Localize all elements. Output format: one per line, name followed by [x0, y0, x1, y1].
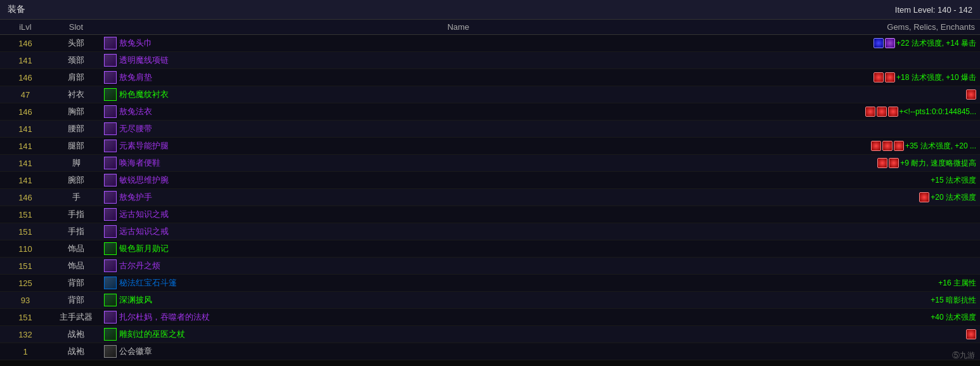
table-row[interactable]: 151饰品古尔丹之烦 [0, 258, 980, 275]
hands-icon [104, 191, 117, 204]
table-row[interactable]: 1战袍公会徽章 [0, 343, 980, 360]
row-gems-cell [815, 329, 980, 339]
row-gems-cell: +40 法术强度 [815, 312, 980, 323]
row-ilvl: 93 [0, 296, 51, 305]
item-name[interactable]: 唤海者便鞋 [119, 157, 160, 169]
back-icon [104, 294, 117, 306]
ring-icon [104, 225, 117, 238]
table-row[interactable]: 93背部深渊披风+15 暗影抗性 [0, 292, 980, 309]
table-row[interactable]: 141腕部敏锐思维护腕+15 法术强度 [0, 172, 980, 189]
row-name-cell: 粉色魔纹衬衣 [101, 88, 815, 101]
table-row[interactable]: 146肩部敖兔肩垫+18 法术强度, +10 爆击 [0, 69, 980, 86]
chest-icon [104, 88, 117, 101]
item-name[interactable]: 敖兔护手 [119, 192, 152, 203]
item-name[interactable]: 粉色魔纹衬衣 [119, 89, 169, 100]
row-ilvl: 141 [0, 176, 51, 185]
title-bar: 装备 Item Level: 140 - 142 [0, 0, 980, 20]
row-name-cell: 秘法红宝石斗篷 [101, 277, 815, 289]
table-row[interactable]: 141颈部透明魔线项链 [0, 52, 980, 69]
trinket-icon [104, 242, 117, 255]
table-row[interactable]: 132战袍雕刻过的巫医之杖 [0, 326, 980, 343]
back-icon [104, 277, 117, 289]
row-ilvl: 146 [0, 73, 51, 82]
item-name[interactable]: 雕刻过的巫医之杖 [119, 329, 185, 340]
table-row[interactable]: 151手指远古知识之戒 [0, 223, 980, 240]
item-name[interactable]: 敏锐思维护腕 [119, 174, 169, 186]
item-name[interactable]: 秘法红宝石斗篷 [119, 277, 177, 289]
header-slot: Slot [51, 22, 101, 32]
item-name[interactable]: 敖兔法衣 [119, 106, 152, 117]
table-row[interactable]: 141腿部元素导能护腿+35 法术强度, +20 ... [0, 138, 980, 155]
table-row[interactable]: 141脚唤海者便鞋+9 耐力, 速度略微提高 [0, 155, 980, 172]
red-gem-icon [966, 89, 976, 100]
red-gem-icon [966, 329, 976, 339]
row-slot: 头部 [51, 37, 101, 49]
row-gems-cell: +22 法术强度, +14 暴击 [815, 38, 980, 49]
red-gem-icon [874, 72, 884, 82]
row-gems-cell: +15 暗影抗性 [815, 295, 980, 306]
item-name[interactable]: 银色新月勋记 [119, 243, 169, 254]
enchant-text: +35 法术强度, +20 ... [905, 141, 976, 152]
row-name-cell: 元素导能护腿 [101, 140, 815, 152]
row-ilvl: 125 [0, 278, 51, 288]
item-name[interactable]: 扎尔杜妈，吞噬者的法杖 [119, 311, 210, 323]
item-name[interactable]: 公会徽章 [119, 346, 152, 357]
table-row[interactable]: 146头部敖兔头巾+22 法术强度, +14 暴击 [0, 35, 980, 52]
row-ilvl: 47 [0, 90, 51, 100]
red-gem-icon [882, 141, 893, 151]
table-row[interactable]: 110饰品银色新月勋记 [0, 240, 980, 258]
feet-icon [104, 157, 117, 169]
item-name[interactable]: 敖兔头巾 [119, 37, 152, 49]
ring-icon [104, 208, 117, 221]
table-row[interactable]: 151手指远古知识之戒 [0, 206, 980, 223]
item-name[interactable]: 敖兔肩垫 [119, 72, 152, 83]
row-slot: 饰品 [51, 243, 101, 254]
item-name[interactable]: 古尔丹之烦 [119, 260, 160, 271]
table-header: iLvl Slot Name Gems, Relics, Enchants [0, 20, 980, 35]
row-slot: 衬衣 [51, 89, 101, 100]
red-gem-icon [865, 107, 875, 117]
row-ilvl: 146 [0, 107, 51, 117]
item-name[interactable]: 深渊披风 [119, 294, 152, 306]
row-slot: 脚 [51, 157, 101, 169]
item-name[interactable]: 无尽腰带 [119, 123, 152, 134]
table-row[interactable]: 47衬衣粉色魔纹衬衣 [0, 86, 980, 103]
row-gems-cell: +16 主属性 [815, 278, 980, 289]
row-ilvl: 141 [0, 141, 51, 151]
table-row[interactable]: 146手敖兔护手+20 法术强度 [0, 189, 980, 206]
row-name-cell: 敖兔护手 [101, 191, 815, 204]
table-row[interactable]: 146胸部敖兔法衣+<!--pts1:0:0:144845... [0, 103, 980, 121]
enchant-text: +40 法术强度 [931, 312, 976, 323]
enchant-text: +15 法术强度 [931, 175, 976, 186]
helmet-icon [104, 37, 117, 49]
item-name[interactable]: 远古知识之戒 [119, 226, 169, 237]
neck-icon [104, 54, 117, 67]
row-gems-cell: +9 耐力, 速度略微提高 [815, 158, 980, 169]
table-row[interactable]: 151主手武器扎尔杜妈，吞噬者的法杖+40 法术强度 [0, 309, 980, 326]
row-name-cell: 敖兔头巾 [101, 37, 815, 49]
row-gems-cell: +18 法术强度, +10 爆击 [815, 72, 980, 83]
item-name[interactable]: 透明魔线项链 [119, 55, 169, 66]
row-name-cell: 扎尔杜妈，吞噬者的法杖 [101, 311, 815, 324]
enchant-text: +22 法术强度, +14 暴击 [896, 38, 976, 49]
row-slot: 腰部 [51, 123, 101, 134]
app-title: 装备 [8, 4, 25, 15]
table-row[interactable]: 141腰部无尽腰带 [0, 121, 980, 138]
enchant-text: +20 法术强度 [931, 192, 976, 203]
row-name-cell: 唤海者便鞋 [101, 157, 815, 169]
row-gems-cell: +<!--pts1:0:0:144845... [815, 107, 980, 117]
row-slot: 手 [51, 192, 101, 203]
table-row[interactable]: 125背部秘法红宝石斗篷+16 主属性 [0, 275, 980, 292]
row-slot: 颈部 [51, 55, 101, 66]
watermark: ⑤九游 [952, 350, 975, 361]
wrist-icon [104, 174, 117, 186]
row-slot: 战袍 [51, 346, 101, 357]
item-name[interactable]: 远古知识之戒 [119, 209, 169, 220]
row-gems-cell: +20 法术强度 [815, 192, 980, 203]
row-slot: 饰品 [51, 260, 101, 271]
item-name[interactable]: 元素导能护腿 [119, 140, 169, 152]
enchant-text: +18 法术强度, +10 爆击 [896, 72, 976, 83]
chest-icon [104, 105, 117, 118]
legs-icon [104, 140, 117, 152]
row-ilvl: 141 [0, 124, 51, 134]
